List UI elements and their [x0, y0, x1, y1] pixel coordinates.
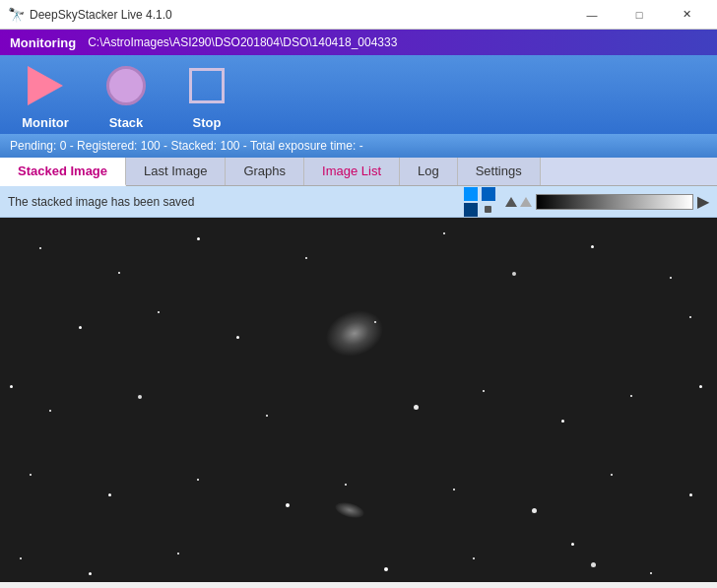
- star: [118, 272, 120, 274]
- star: [10, 385, 13, 388]
- star: [443, 232, 445, 234]
- close-button[interactable]: ✕: [664, 1, 709, 29]
- tab-stacked-image[interactable]: Stacked Image: [0, 158, 126, 186]
- star: [236, 336, 239, 339]
- galaxy: [319, 302, 390, 364]
- star: [197, 479, 199, 481]
- tab-graphs[interactable]: Graphs: [226, 158, 304, 185]
- star: [561, 420, 564, 423]
- star: [689, 316, 691, 318]
- star: [20, 557, 22, 559]
- star: [138, 395, 142, 399]
- app-icon: 🔭: [8, 7, 24, 23]
- galaxy-small: [334, 499, 366, 520]
- monitor-icon: [20, 60, 71, 111]
- image-area[interactable]: [0, 218, 717, 582]
- status-bar: Pending: 0 - Registered: 100 - Stacked: …: [0, 134, 717, 158]
- minimize-button[interactable]: —: [569, 1, 615, 29]
- star: [266, 415, 268, 417]
- star: [571, 543, 574, 546]
- star: [699, 385, 702, 388]
- star: [650, 572, 652, 574]
- star: [453, 489, 455, 490]
- star: [630, 395, 632, 397]
- maximize-button[interactable]: □: [617, 1, 662, 29]
- saved-message: The stacked image has been saved: [8, 195, 456, 209]
- star: [305, 257, 307, 259]
- tone-grid: [464, 187, 497, 217]
- tab-log[interactable]: Log: [400, 158, 458, 185]
- star: [345, 484, 347, 486]
- content-top: The stacked image has been saved ▶: [0, 186, 717, 218]
- star: [158, 311, 160, 313]
- star: [670, 277, 672, 279]
- gradient-bar[interactable]: [536, 194, 693, 210]
- star: [473, 557, 475, 559]
- star: [89, 572, 92, 575]
- tabs-bar: Stacked Image Last Image Graphs Image Li…: [0, 158, 717, 186]
- tab-settings[interactable]: Settings: [458, 158, 541, 185]
- black-triangle-icon: [505, 197, 517, 207]
- tone-arrow-icon[interactable]: ▶: [697, 192, 709, 211]
- monitor-button[interactable]: Monitor: [20, 60, 71, 130]
- tab-last-image[interactable]: Last Image: [126, 158, 226, 185]
- star: [591, 562, 596, 567]
- status-text: Pending: 0 - Registered: 100 - Stacked: …: [10, 139, 363, 153]
- star: [286, 503, 290, 507]
- star: [79, 326, 82, 329]
- toolbar: Monitor Stack Stop: [0, 55, 717, 134]
- stack-icon: [100, 60, 152, 111]
- stop-icon: [181, 60, 232, 111]
- stack-button[interactable]: Stack: [100, 60, 152, 130]
- title-bar: 🔭 DeepSkyStacker Live 4.1.0 — □ ✕: [0, 0, 717, 30]
- stack-label: Stack: [109, 115, 144, 130]
- star: [384, 567, 388, 571]
- tone-triangles: [505, 197, 532, 207]
- star: [414, 405, 419, 410]
- stop-label: Stop: [193, 115, 222, 130]
- tone-dot: [485, 206, 491, 213]
- star: [689, 493, 692, 496]
- monitoring-label: Monitoring: [10, 35, 76, 50]
- star: [30, 474, 32, 476]
- star: [49, 410, 51, 412]
- star: [512, 272, 516, 276]
- mid-triangle-icon: [520, 197, 532, 207]
- monitor-label: Monitor: [22, 115, 69, 130]
- tone-sq-dark[interactable]: [464, 203, 478, 217]
- star: [591, 245, 594, 248]
- star: [197, 237, 200, 240]
- monitoring-path: C:\AstroImages\ASI290\DSO201804\DSO\1404…: [88, 35, 397, 49]
- star: [39, 247, 41, 249]
- monitoring-bar: Monitoring C:\AstroImages\ASI290\DSO2018…: [0, 30, 717, 55]
- tab-image-list[interactable]: Image List: [304, 158, 400, 185]
- app-title: DeepSkyStacker Live 4.1.0: [30, 8, 172, 22]
- tone-controls: ▶: [464, 187, 709, 217]
- title-bar-left: 🔭 DeepSkyStacker Live 4.1.0: [8, 7, 172, 23]
- star: [177, 553, 179, 555]
- tone-sq-mid[interactable]: [482, 187, 495, 201]
- play-triangle-icon: [28, 66, 63, 105]
- star: [532, 508, 537, 513]
- stop-button[interactable]: Stop: [181, 60, 232, 130]
- square-icon: [189, 68, 225, 103]
- circle-icon: [106, 66, 146, 105]
- star: [483, 390, 485, 392]
- tone-sq-bright[interactable]: [464, 187, 478, 201]
- title-bar-controls: — □ ✕: [569, 1, 709, 29]
- star: [611, 474, 613, 476]
- star: [108, 493, 111, 496]
